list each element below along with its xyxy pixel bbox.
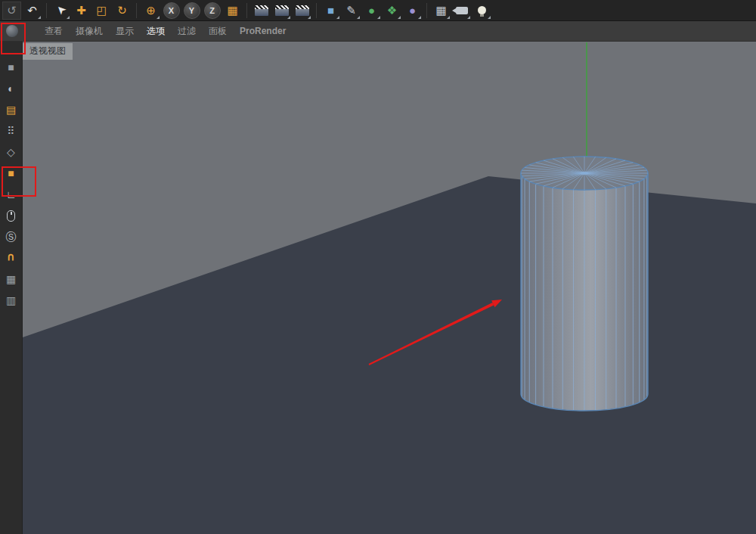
floor-button[interactable]: ▦ (432, 2, 451, 20)
history-button[interactable]: ↺ (2, 2, 21, 20)
light-button[interactable] (472, 2, 491, 20)
last-tool-button[interactable]: ⊕ (141, 2, 160, 20)
model-mode-button[interactable]: ■ (2, 58, 20, 76)
light-bulb-icon (478, 6, 486, 14)
render-picture-viewer-icon (275, 5, 289, 16)
add-primitive-button[interactable]: ■ (321, 2, 340, 20)
enable-axis-button[interactable]: ∟ (2, 185, 20, 203)
polygons-mode-icon: ■ (8, 168, 14, 179)
lock-workplane-button[interactable]: ▦ (2, 270, 20, 288)
coordinate-system-button[interactable]: ▦ (223, 2, 242, 20)
cylinder-object[interactable] (521, 157, 648, 411)
model-mode-icon: ■ (8, 62, 14, 73)
x-axis-lock-button[interactable]: X (162, 2, 181, 20)
workplane-mode-button[interactable]: ▤ (2, 101, 20, 119)
mograph-button[interactable]: ❖ (383, 2, 401, 20)
snap-button[interactable]: Ⓢ (2, 228, 20, 246)
toolbar-separator (426, 3, 427, 18)
deformer-icon: ● (409, 5, 416, 16)
menu-panel[interactable]: 面板 (209, 25, 227, 38)
z-axis-icon: Z (204, 2, 221, 19)
render-view-icon (255, 5, 268, 16)
z-axis-lock-button[interactable]: Z (203, 2, 222, 20)
points-mode-icon: ⠿ (7, 126, 14, 136)
edges-mode-icon: ◇ (7, 147, 15, 157)
menu-camera[interactable]: 摄像机 (76, 25, 103, 38)
polygons-mode-button[interactable]: ■ (2, 164, 20, 182)
make-editable-button[interactable] (3, 22, 21, 40)
live-selection-button[interactable]: ➤ (51, 2, 70, 20)
toolbar-separator (46, 3, 47, 18)
render-picture-viewer-button[interactable] (272, 2, 291, 20)
viewport-menu-bar: 查看 摄像机 显示 选项 过滤 面板 ProRender (0, 21, 756, 42)
camera-button[interactable] (452, 2, 471, 20)
toolbar-separator (316, 3, 317, 18)
menu-display[interactable]: 显示 (116, 25, 134, 38)
make-editable-icon (6, 25, 18, 37)
subdivision-surface-button[interactable]: ● (362, 2, 381, 20)
edges-mode-button[interactable]: ◇ (2, 143, 20, 161)
floor-grid-icon: ▦ (435, 5, 446, 16)
perspective-viewport-canvas[interactable] (23, 42, 756, 534)
cursor-icon: ➤ (54, 3, 69, 18)
cube-primitive-icon: ■ (327, 5, 334, 16)
left-toolbar: ■ ◐ ▤ ⠿ ◇ ■ ∟ Ⓢ ∪ ▦ ▥ (0, 42, 23, 534)
subdivision-sphere-icon: ● (368, 5, 375, 16)
magnet-snap-button[interactable]: ∪ (2, 249, 20, 267)
viewport-name-tooltip: 透视视图 (23, 43, 73, 60)
menu-options[interactable]: 选项 (147, 25, 165, 38)
deformer-button[interactable]: ● (403, 2, 422, 20)
toolbar-separator (136, 3, 137, 18)
render-settings-icon (296, 5, 309, 16)
texture-mode-icon: ◐ (8, 83, 14, 94)
render-settings-button[interactable] (293, 2, 311, 20)
x-axis-icon: X (163, 2, 180, 19)
quantize-button[interactable]: ▥ (2, 291, 20, 309)
move-icon: ✚ (76, 5, 86, 16)
menu-filter[interactable]: 过滤 (178, 25, 196, 38)
top-toolbar: ↺ ↶ ➤ ✚ ◰ ↻ ⊕ X Y Z ▦ (0, 0, 756, 21)
toolbar-separator (246, 3, 247, 18)
move-tool-button[interactable]: ✚ (72, 2, 91, 20)
menu-prorender[interactable]: ProRender (240, 26, 286, 36)
lock-workplane-icon: ▦ (6, 274, 16, 284)
coordinate-system-icon: ▦ (227, 5, 237, 16)
mouse-icon (7, 210, 15, 222)
pen-icon: ✎ (346, 5, 356, 16)
scale-tool-button[interactable]: ◰ (92, 2, 111, 20)
y-axis-icon: Y (184, 2, 200, 19)
magnet-icon: ∪ (7, 253, 14, 263)
y-axis-lock-button[interactable]: Y (182, 2, 201, 20)
points-mode-button[interactable]: ⠿ (2, 122, 20, 140)
cinema4d-window: ↺ ↶ ➤ ✚ ◰ ↻ ⊕ X Y Z ▦ (0, 0, 756, 534)
mograph-icon: ❖ (387, 5, 397, 16)
undo-icon: ↶ (27, 5, 37, 16)
rotate-icon: ↻ (117, 5, 127, 16)
history-icon: ↺ (7, 5, 17, 16)
rotate-tool-button[interactable]: ↻ (113, 2, 132, 20)
viewport-solo-button[interactable] (2, 206, 20, 225)
texture-mode-button[interactable]: ◐ (2, 79, 20, 98)
undo-button[interactable]: ↶ (23, 2, 42, 20)
last-tool-icon: ⊕ (146, 5, 156, 16)
menu-view[interactable]: 查看 (45, 25, 63, 38)
snap-icon: Ⓢ (6, 231, 17, 242)
spline-pen-button[interactable]: ✎ (342, 2, 361, 20)
camera-icon (456, 7, 468, 14)
render-view-button[interactable] (252, 2, 271, 20)
viewport (23, 42, 756, 534)
scale-icon: ◰ (96, 5, 107, 16)
workplane-mode-icon: ▤ (6, 104, 16, 115)
axis-icon: ∟ (6, 189, 17, 200)
quantize-icon: ▥ (6, 295, 16, 306)
